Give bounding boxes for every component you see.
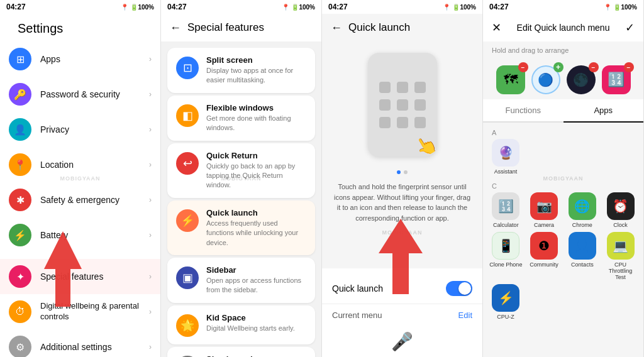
chrome-icon: 🌐 (569, 192, 596, 220)
battery-icon: 🔋100% (130, 4, 154, 11)
chrome-app-item[interactable]: 🌐 Chrome (566, 192, 599, 228)
location-label: Location (40, 159, 149, 170)
divider-1 (0, 253, 160, 259)
digital-chevron: › (149, 307, 152, 316)
feature-split-screen[interactable]: ⊡ Split screen Display two apps at once … (167, 48, 315, 93)
ql-back-arrow[interactable]: ← (331, 21, 342, 35)
ql-toggle[interactable] (446, 281, 472, 296)
digital-icon: ⏱ (9, 300, 31, 323)
simple-mode-title: Simple mode (206, 354, 306, 357)
cpu-z-label: CPU-Z (497, 314, 514, 320)
community-app-item[interactable]: ❶ Community (528, 232, 561, 280)
settings-item-safety[interactable]: ✱ Safety & emergency › (0, 182, 160, 217)
camera-app-item[interactable]: 📷 Camera (528, 192, 561, 228)
battery-chevron: › (149, 231, 152, 239)
settings-item-location[interactable]: 📍 Location › (0, 147, 160, 182)
digital-label: Digital wellbeing & parental controls (40, 301, 149, 322)
assistant-label: Assistant (494, 168, 518, 175)
special-chevron: › (149, 272, 152, 281)
feature-kid-space[interactable]: 🌟 Kid Space Digital Wellbeing starts ear… (167, 305, 315, 344)
calc-app-item-top[interactable]: 🔢 − (602, 65, 631, 94)
dark-remove-badge: − (589, 62, 599, 72)
community-label: Community (530, 261, 558, 268)
quick-launch-desc: Access frequently used functions while u… (206, 219, 306, 248)
status-bar-2: 04:27 📍 🔋100% (161, 0, 321, 14)
feature-quick-launch[interactable]: ⚡ Quick launch Access frequently used fu… (167, 200, 315, 255)
tab-functions[interactable]: Functions (483, 99, 564, 121)
sidebar-desc: Open apps or access functions from the s… (206, 276, 306, 295)
split-screen-text: Split screen Display two apps at once fo… (206, 55, 306, 85)
battery-label: Battery (40, 229, 149, 241)
status-icons-1: 📍 🔋100% (121, 4, 154, 11)
time-1: 04:27 (6, 3, 26, 11)
password-icon: 🔑 (9, 83, 31, 106)
settings-list: ⊞ Apps › 🔑 Password & security › 👤 Priva… (0, 41, 160, 357)
ql-toggle-label: Quick launch (332, 283, 383, 294)
cpu-z-app-item[interactable]: ⚡ CPU-Z (492, 284, 519, 320)
battery-icon-3: 🔋100% (452, 4, 476, 11)
apps-chevron: › (149, 55, 152, 63)
calculator-app-item[interactable]: 🔢 Calculator (489, 192, 523, 228)
calculator-icon: 🔢 (492, 192, 519, 220)
ql-toggle-row: Quick launch (322, 273, 482, 304)
status-bar-1: 04:27 📍 🔋100% (0, 0, 160, 14)
quick-launch-panel: 04:27 📍 🔋100% ← Quick launch (322, 0, 483, 357)
quick-launch-text: Quick launch Access frequently used func… (206, 208, 306, 248)
eql-tabs: Functions Apps (483, 99, 643, 123)
special-features-panel: 04:27 📍 🔋100% ← Special features ⊡ Split… (161, 0, 322, 357)
settings-item-apps[interactable]: ⊞ Apps › (0, 41, 160, 77)
eql-close-button[interactable]: ✕ (492, 21, 501, 35)
password-chevron: › (149, 90, 152, 99)
settings-item-additional[interactable]: ⚙ Additional settings › (0, 329, 160, 357)
kid-space-title: Kid Space (206, 313, 295, 322)
settings-item-digital[interactable]: ⏱ Digital wellbeing & parental controls … (0, 294, 160, 329)
feature-quick-return[interactable]: ↩ Quick Return Quickly go back to an app… (167, 143, 315, 198)
settings-item-password[interactable]: 🔑 Password & security › (0, 77, 160, 112)
dark-app-item[interactable]: 🌑 − (567, 65, 596, 94)
section-a-row: 🔮 Assistant (489, 139, 637, 175)
sf-header: ← Special features (161, 14, 321, 41)
ql-description: Touch and hold the fingerprint sensor un… (322, 177, 482, 228)
clock-app-item[interactable]: ⏰ Clock (604, 192, 637, 228)
ql-edit-link[interactable]: Edit (458, 310, 472, 320)
section-a-label: A (489, 126, 637, 139)
settings-item-battery[interactable]: ⚡ Battery › (0, 217, 160, 253)
tab-apps[interactable]: Apps (564, 99, 644, 121)
sf-back-arrow[interactable]: ← (170, 21, 181, 35)
calculator-label: Calculator (493, 222, 519, 228)
flexible-windows-title: Flexible windows (206, 103, 306, 113)
battery-icon-4: 🔋100% (613, 4, 637, 11)
location-icon-2: 📍 (282, 4, 289, 11)
eql-check-button[interactable]: ✓ (625, 21, 635, 35)
assistant-app-item[interactable]: 🔮 Assistant (492, 139, 519, 175)
drag-area: 🗺 − 🔵 + 🌑 − 🔢 − (483, 59, 643, 98)
feature-simple-mode[interactable]: ☰ Simple mode Get larger text, bigger ic… (167, 347, 315, 357)
location-icon: 📍 (121, 4, 128, 11)
maps-app-item[interactable]: 🗺 − (496, 65, 525, 94)
feature-sidebar[interactable]: ▣ Sidebar Open apps or access functions … (167, 258, 315, 303)
quick-launch-icon: ⚡ (176, 209, 199, 232)
dots-app-item[interactable]: 🔵 + (531, 65, 560, 94)
settings-item-special[interactable]: ✦ Special features › (0, 259, 160, 294)
section-c-row-2: 📱 Clone Phone ❶ Community 👤 Contacts 💻 C… (489, 232, 637, 280)
community-icon: ❶ (530, 232, 558, 260)
cpu-throttle-app-item[interactable]: 💻 CPU Throttling Test (604, 232, 637, 280)
contacts-app-item[interactable]: 👤 Contacts (566, 232, 599, 280)
clone-phone-label: Clone Phone (489, 261, 522, 268)
battery-icon-2: 🔋100% (291, 4, 315, 11)
flexible-windows-desc: Get more done with floating windows. (206, 114, 306, 133)
quick-return-icon: ↩ (176, 152, 199, 175)
safety-chevron: › (149, 195, 152, 204)
apps-label: Apps (40, 53, 149, 65)
clock-icon: ⏰ (607, 192, 635, 220)
clone-phone-app-item[interactable]: 📱 Clone Phone (489, 232, 523, 280)
feature-flexible-windows[interactable]: ◧ Flexible windows Get more done with fl… (167, 96, 315, 141)
settings-header: Settings (0, 14, 160, 41)
sidebar-title: Sidebar (206, 265, 306, 275)
special-label: Special features (40, 271, 149, 282)
cpu-throttle-label: CPU Throttling Test (604, 261, 637, 280)
eql-subtitle: Hold and drag to arrange (483, 41, 643, 59)
calc-remove-badge-top: − (624, 62, 634, 72)
settings-item-privacy[interactable]: 👤 Privacy › (0, 112, 160, 147)
page-dots (397, 170, 408, 174)
